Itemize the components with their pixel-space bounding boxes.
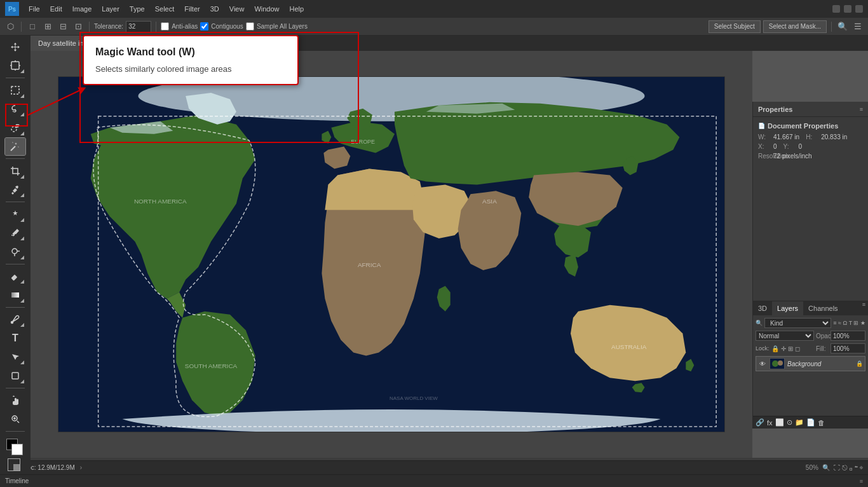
svg-rect-0 [11, 62, 19, 69]
tool-status: 🔍 [822, 464, 830, 471]
toolbar-separator-4 [6, 264, 25, 264]
tab-channels[interactable]: Channels [803, 301, 843, 315]
world-map-canvas[interactable]: NORTH AMERICA SOUTH AMERICA AFRICA ASIA … [58, 76, 725, 432]
lock-position-btn[interactable]: ✛ [781, 345, 786, 352]
canvas-area: NORTH AMERICA SOUTH AMERICA AFRICA ASIA … [31, 51, 868, 458]
layers-kind-select[interactable]: Kind [764, 318, 831, 328]
properties-panel-header: Properties ≡ [753, 102, 868, 117]
anti-alias-checkbox[interactable] [161, 22, 169, 31]
maximize-btn[interactable] [844, 5, 851, 13]
tab-layers[interactable]: Layers [772, 301, 803, 315]
tolerance-input[interactable] [126, 21, 151, 32]
doc-size: Doc: 12.9M/12.9M [23, 464, 75, 471]
fill-input[interactable] [831, 343, 865, 353]
layers-actions: 🔗 fx ⬜ ⊙ 📁 📄 🗑 [753, 416, 868, 429]
menu-filter[interactable]: Filter [180, 4, 204, 14]
timeline-collapse[interactable]: ≡ [860, 478, 863, 484]
properties-panel: Properties ≡ 📄 Document Properties W: 41… [753, 102, 868, 301]
gradient-tool-btn[interactable] [5, 286, 25, 304]
lasso-tool-btn[interactable] [5, 100, 25, 118]
delete-layer-btn[interactable]: 🗑 [818, 419, 825, 427]
toolbar-separator-6 [6, 388, 25, 388]
menu-select[interactable]: Select [151, 4, 179, 14]
brush-tool-btn[interactable] [5, 224, 25, 242]
properties-collapse-btn[interactable]: ≡ [860, 106, 863, 113]
layers-controls-row: Normal Opacity: [756, 331, 865, 341]
tab-3d[interactable]: 3D [753, 301, 772, 315]
quick-mask-btn[interactable] [8, 458, 23, 472]
anti-alias-label: Anti-alias [172, 23, 198, 30]
type-tool-btn[interactable]: T [5, 329, 25, 347]
zoom-percentage: 50% [806, 464, 818, 471]
lock-art-btn[interactable]: ⊞ [788, 345, 793, 352]
layer-effects-btn[interactable]: fx [767, 419, 773, 427]
eyedropper-tool-btn[interactable] [5, 181, 25, 199]
quick-select-tool-btn[interactable] [5, 119, 25, 137]
layers-menu-btn[interactable]: ≡ [860, 301, 868, 315]
y-value: 0 [799, 143, 803, 150]
workspace-icon[interactable]: ☰ [851, 20, 864, 33]
lock-label: Lock: [756, 345, 770, 352]
layer-name: Background [787, 360, 853, 367]
menu-layer[interactable]: Layer [97, 4, 124, 14]
svg-point-7 [16, 125, 18, 127]
layer-mask-btn[interactable]: ⬜ [775, 418, 784, 427]
search-icon[interactable]: 🔍 [836, 20, 849, 33]
menu-help[interactable]: Help [285, 4, 309, 14]
link-layers-btn[interactable]: 🔗 [756, 418, 764, 427]
contiguous-label: Contiguous [211, 23, 243, 30]
shape-tool-btn[interactable] [5, 367, 25, 385]
menu-3d[interactable]: 3D [206, 4, 224, 14]
properties-content: 📄 Document Properties W: 41.667 in H: 20… [753, 117, 868, 167]
svg-point-29 [772, 360, 778, 367]
menu-edit[interactable]: Edit [46, 4, 67, 14]
type-icon: T [12, 333, 18, 344]
sample-all-layers-checkbox[interactable] [246, 22, 254, 31]
canvas-inner[interactable]: NORTH AMERICA SOUTH AMERICA AFRICA ASIA … [31, 51, 752, 458]
hand-tool-btn[interactable] [5, 392, 25, 409]
artboard-tool-btn[interactable] [5, 57, 25, 75]
marquee-tool-btn[interactable] [5, 81, 25, 99]
layer-visibility-btn[interactable]: 👁 [758, 359, 767, 368]
layer-background[interactable]: 👁 Background 🔒 [756, 356, 865, 371]
pen-tool-btn[interactable] [5, 311, 25, 329]
selection-mode-add[interactable]: ⊞ [41, 20, 54, 33]
path-select-btn[interactable] [5, 348, 25, 366]
new-group-btn[interactable]: 📁 [795, 418, 804, 427]
opacity-input[interactable] [831, 331, 865, 341]
healing-brush-btn[interactable] [5, 205, 25, 223]
clone-stamp-btn[interactable] [5, 243, 25, 261]
selection-mode-intersect[interactable]: ⊡ [72, 20, 85, 33]
adjustment-layer-btn[interactable]: ⊙ [787, 418, 792, 427]
layers-search-row: 🔍 Kind ≡ ≈ Ω T ⊞ ★ [756, 318, 865, 328]
svg-line-15 [17, 421, 19, 423]
crop-tool-btn[interactable] [5, 162, 25, 180]
menu-window[interactable]: Window [250, 4, 283, 14]
color-swatch[interactable] [5, 437, 25, 455]
close-btn[interactable] [855, 5, 863, 13]
svg-point-9 [12, 249, 17, 254]
eraser-tool-btn[interactable] [5, 268, 25, 285]
toolbar-separator-5 [6, 307, 25, 308]
move-tool-btn[interactable] [5, 38, 25, 56]
select-and-mask-button[interactable]: Select and Mask... [763, 20, 827, 33]
menu-type[interactable]: Type [125, 4, 149, 14]
svg-rect-13 [12, 373, 18, 379]
selection-mode-new[interactable]: □ [26, 20, 39, 33]
new-layer-btn[interactable]: 📄 [806, 418, 815, 427]
magic-wand-tool-btn[interactable] [5, 138, 25, 156]
blend-mode-select[interactable]: Normal [756, 331, 814, 341]
minimize-btn[interactable] [832, 5, 840, 13]
lock-all-btn[interactable]: 🔒 [771, 345, 779, 352]
menu-view[interactable]: View [225, 4, 249, 14]
zoom-tool-btn[interactable] [5, 410, 25, 428]
y-label: Y: [783, 143, 796, 150]
selection-mode-subtract[interactable]: ⊟ [57, 20, 69, 33]
menu-image[interactable]: Image [68, 4, 97, 14]
contiguous-checkbox[interactable] [200, 22, 208, 31]
select-subject-button[interactable]: Select Subject [709, 20, 761, 33]
menu-file[interactable]: File [24, 4, 44, 14]
background-color[interactable] [11, 444, 23, 455]
lock-pixel-btn[interactable]: ◻ [795, 345, 800, 352]
layers-filter-icons[interactable]: ≡ ≈ Ω T ⊞ ★ [833, 320, 865, 326]
